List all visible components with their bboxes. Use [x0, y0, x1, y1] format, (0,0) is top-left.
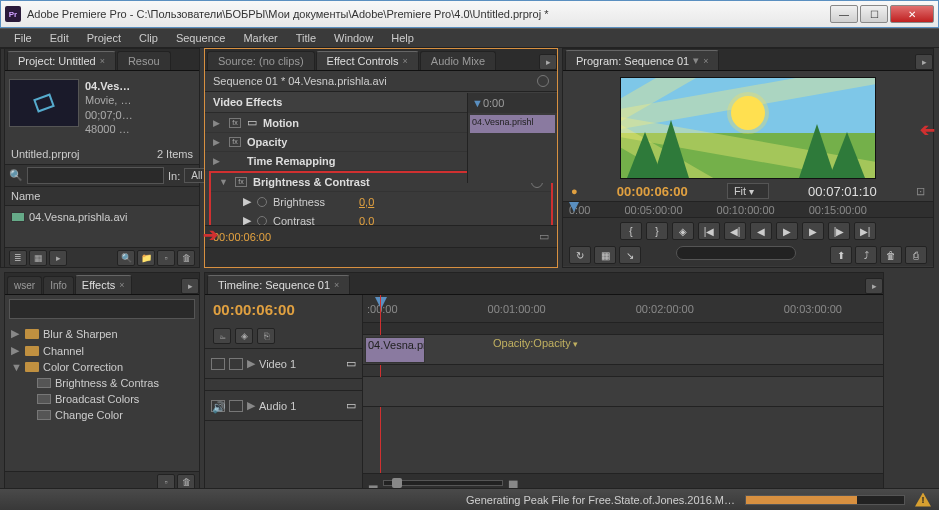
new-bin-button[interactable]: 📁	[137, 250, 155, 266]
program-current-tc[interactable]: 00:00:06:00	[617, 184, 688, 199]
tab-timeline[interactable]: Timeline: Sequence 01×	[207, 275, 350, 294]
snap-button[interactable]: ⎁	[213, 328, 231, 344]
speaker-icon[interactable]: 🔊	[211, 400, 225, 412]
brightness-value[interactable]: 0,0	[359, 196, 374, 208]
tab-program[interactable]: Program: Sequence 01 ▾ ×	[565, 50, 719, 70]
eye-icon[interactable]	[211, 358, 225, 370]
new-item-button[interactable]: ▫	[157, 250, 175, 266]
marker-button[interactable]: ◈	[235, 328, 253, 344]
effect-preset[interactable]: Brightness & Contras	[11, 375, 193, 391]
icon-view-button[interactable]: ▦	[29, 250, 47, 266]
menu-sequence[interactable]: Sequence	[168, 30, 234, 46]
track-options-icon[interactable]: ▭	[346, 357, 356, 370]
automate-button[interactable]: ▸	[49, 250, 67, 266]
jog-shuttle[interactable]	[676, 246, 796, 260]
menu-marker[interactable]: Marker	[235, 30, 285, 46]
lock-icon[interactable]	[229, 358, 243, 370]
lock-icon[interactable]	[229, 400, 243, 412]
effects-folder[interactable]: ▶Blur & Sharpen	[11, 325, 193, 342]
zoom-fit-select[interactable]: Fit ▾	[727, 183, 769, 199]
export-frame-button[interactable]: ⎙	[905, 246, 927, 264]
timeline-clip-video[interactable]: 04.Vesna.prishla.avi [V]	[365, 337, 425, 363]
close-icon[interactable]: ×	[100, 56, 105, 66]
twirl-icon[interactable]: ▶	[213, 118, 223, 128]
toggle-icon[interactable]	[537, 75, 549, 87]
close-button[interactable]: ✕	[890, 5, 934, 23]
play-button[interactable]: ▶	[776, 222, 798, 240]
work-area-bar[interactable]	[363, 323, 883, 335]
tab-effects[interactable]: Effects×	[75, 275, 132, 294]
tab-resource[interactable]: Resou	[117, 51, 171, 70]
trash-button[interactable]: 🗑	[880, 246, 902, 264]
prev-frame-button[interactable]: ◀	[750, 222, 772, 240]
effect-preset[interactable]: Broadcast Colors	[11, 391, 193, 407]
twirl-icon[interactable]: ▶	[11, 327, 21, 340]
menu-clip[interactable]: Clip	[131, 30, 166, 46]
link-button[interactable]: ⎘	[257, 328, 275, 344]
tab-project[interactable]: Project: Untitled×	[7, 51, 116, 70]
tab-effect-controls[interactable]: Effect Controls×	[316, 51, 419, 70]
loop-button[interactable]: ↻	[569, 246, 591, 264]
extract-button[interactable]: ⤴	[855, 246, 877, 264]
menu-window[interactable]: Window	[326, 30, 381, 46]
warning-icon[interactable]: !	[915, 493, 931, 507]
step-back-button[interactable]: ◀|	[724, 222, 746, 240]
effect-preset[interactable]: Change Color	[11, 407, 193, 423]
panel-menu-button[interactable]: ▸	[915, 54, 933, 70]
safe-margins-button[interactable]: ▦	[594, 246, 616, 264]
twirl-icon[interactable]: ▼	[219, 177, 229, 187]
go-out-button[interactable]: ▶|	[854, 222, 876, 240]
minimize-button[interactable]: ―	[830, 5, 858, 23]
menu-title[interactable]: Title	[288, 30, 324, 46]
zoom-slider[interactable]	[383, 480, 503, 486]
audio-track[interactable]	[363, 377, 883, 407]
close-icon[interactable]: ×	[703, 56, 708, 66]
video-track-header[interactable]: ▶ Video 1 ▭	[205, 349, 362, 379]
list-view-button[interactable]: ≣	[9, 250, 27, 266]
go-in-button[interactable]: |◀	[698, 222, 720, 240]
video-track[interactable]: 04.Vesna.prishla.avi [V] Opacity:Opacity…	[363, 335, 883, 365]
close-icon[interactable]: ×	[334, 280, 339, 290]
panel-menu-button[interactable]: ▸	[865, 278, 883, 294]
effects-folder[interactable]: ▼Color Correction	[11, 359, 193, 375]
ec-timecode[interactable]: 00:00:06:00	[213, 231, 271, 243]
delete-button[interactable]: 🗑	[177, 250, 195, 266]
project-item[interactable]: 04.Vesna.prishla.avi	[7, 208, 197, 226]
twirl-icon[interactable]: ▼	[11, 361, 21, 373]
audio-track-header[interactable]: 🔊 ▶ Audio 1 ▭	[205, 391, 362, 421]
search-icon[interactable]: 🔍	[9, 169, 23, 182]
twirl-icon[interactable]: ▶	[11, 344, 21, 357]
stopwatch-icon[interactable]	[257, 216, 267, 226]
playhead-icon[interactable]: ▼	[472, 97, 483, 109]
project-search-input[interactable]	[27, 167, 164, 184]
mark-in-button[interactable]: {	[620, 222, 642, 240]
lift-button[interactable]: ⬆	[830, 246, 852, 264]
panel-menu-button[interactable]: ▸	[539, 54, 557, 70]
clip-thumbnail[interactable]	[9, 79, 79, 127]
timeline-tc[interactable]: 00:00:06:00	[205, 295, 362, 324]
set-marker-button[interactable]: ◈	[672, 222, 694, 240]
menu-edit[interactable]: Edit	[42, 30, 77, 46]
effects-search-input[interactable]	[9, 299, 195, 319]
close-icon[interactable]: ×	[403, 56, 408, 66]
menu-project[interactable]: Project	[79, 30, 129, 46]
output-button[interactable]: ↘	[619, 246, 641, 264]
find-button[interactable]: 🔍	[117, 250, 135, 266]
tab-browser[interactable]: wser	[7, 276, 42, 294]
next-frame-button[interactable]: ▶	[802, 222, 824, 240]
twirl-icon[interactable]: ▶	[213, 156, 223, 166]
menu-file[interactable]: File	[6, 30, 40, 46]
maximize-button[interactable]: ☐	[860, 5, 888, 23]
zoom-icon[interactable]: ▭	[539, 230, 549, 243]
twirl-icon[interactable]: ▶	[213, 137, 223, 147]
timeline-ruler[interactable]: :00:0000:01:00:0000:02:00:0000:03:00:000…	[363, 295, 883, 323]
track-options-icon[interactable]: ▭	[346, 399, 356, 412]
tab-source[interactable]: Source: (no clips)	[207, 51, 315, 70]
close-icon[interactable]: ×	[119, 280, 124, 290]
stopwatch-icon[interactable]	[257, 197, 267, 207]
menu-help[interactable]: Help	[383, 30, 422, 46]
mark-out-button[interactable]: }	[646, 222, 668, 240]
twirl-icon[interactable]: ▶	[243, 195, 251, 208]
tab-info[interactable]: Info	[43, 276, 74, 294]
program-video-view[interactable]	[620, 77, 876, 179]
